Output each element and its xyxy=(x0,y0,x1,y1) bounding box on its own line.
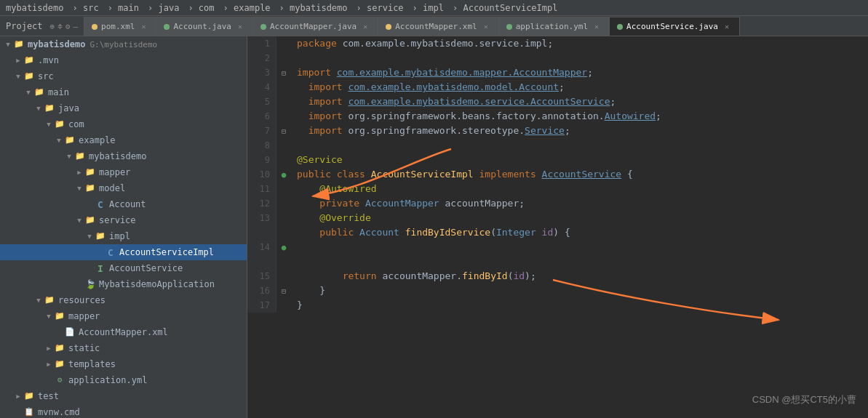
tab-close-icon[interactable]: ✕ xyxy=(360,22,370,32)
code-line-5: 5 import com.example.mybatisdemo.service… xyxy=(247,95,868,109)
tab-close-icon[interactable]: ✕ xyxy=(235,22,245,32)
tab-close-icon[interactable]: ✕ xyxy=(138,22,148,32)
tree-item-mybatisdemoapp[interactable]: ▶ 🍃 MybatisdemoApplication xyxy=(0,276,247,292)
code-line-17: 17 } xyxy=(247,298,868,313)
tree-item-templates[interactable]: ▶ 📁 templates xyxy=(0,356,247,372)
breadcrumb-item[interactable]: src xyxy=(83,3,99,13)
tree-item-account-class[interactable]: ▶ C Account xyxy=(0,196,247,212)
breadcrumb-item[interactable]: main xyxy=(118,3,139,13)
tree-item-static[interactable]: ▶ 📁 static xyxy=(0,340,247,356)
tree-item-mybatisdemo2[interactable]: ▼ 📁 mybatisdemo xyxy=(0,148,247,164)
tree-item-mapper2[interactable]: ▼ 📁 mapper xyxy=(0,308,247,324)
code-line-1: 1 package com.example.mybatisdemo.servic… xyxy=(247,36,868,51)
project-tree: ▼ 📁 mybatisdemo G:\mybatisdemo ▶ 📁 .mvn … xyxy=(0,36,247,418)
tab-applicationyml[interactable]: application.yml ✕ xyxy=(499,17,610,36)
code-line-11: 11 @Autowired xyxy=(247,182,868,196)
code-editor[interactable]: 1 package com.example.mybatisdemo.servic… xyxy=(247,36,868,418)
tree-item-mapper[interactable]: ▶ 📁 mapper xyxy=(0,164,247,180)
code-line-2: 2 xyxy=(247,51,868,65)
tree-item-service[interactable]: ▼ 📁 service xyxy=(0,212,247,228)
watermark: CSDN @想买CT5的小曹 xyxy=(752,393,856,406)
code-line-3: 3 ⊟ import com.example.mybatisdemo.mappe… xyxy=(247,65,868,80)
breadcrumb-item[interactable]: mybatisdemo xyxy=(290,3,347,13)
tab-account[interactable]: Account.java ✕ xyxy=(156,17,252,36)
breadcrumb-item[interactable]: com xyxy=(199,3,215,13)
breadcrumb-item[interactable]: AccountServiceImpl xyxy=(463,3,557,13)
tree-item-accountmapperxml2[interactable]: ▶ 📄 AccountMapper.xml xyxy=(0,324,247,340)
breadcrumb-item[interactable]: impl xyxy=(423,3,444,13)
tree-item-mybatisdemo[interactable]: ▼ 📁 mybatisdemo G:\mybatisdemo xyxy=(0,36,247,52)
code-line-12: 12 private AccountMapper accountMapper; xyxy=(247,196,868,211)
code-line-8: 8 xyxy=(247,138,868,153)
tab-accountservice[interactable]: AccountService.java ✕ xyxy=(610,17,740,36)
breadcrumb-item[interactable]: service xyxy=(367,3,404,13)
tree-item-resources[interactable]: ▼ 📁 resources xyxy=(0,292,247,308)
tree-item-example[interactable]: ▼ 📁 example xyxy=(0,132,247,148)
project-panel-label[interactable]: Project xyxy=(6,21,43,31)
breadcrumb-bar: mybatisdemo › src › main › java › com › … xyxy=(0,0,868,16)
code-line-6: 6 import org.springframework.beans.facto… xyxy=(247,109,868,124)
breadcrumb-item[interactable]: example xyxy=(234,3,271,13)
tree-item-test[interactable]: ▶ 📁 test xyxy=(0,388,247,404)
tree-item-model[interactable]: ▼ 📁 model xyxy=(0,180,247,196)
tree-item-applicationyml2[interactable]: ▶ ⚙ application.yml xyxy=(0,372,247,388)
tree-item-java[interactable]: ▼ 📁 java xyxy=(0,100,247,116)
tab-close-icon[interactable]: ✕ xyxy=(722,22,732,32)
tree-item-main[interactable]: ▼ 📁 main xyxy=(0,84,247,100)
tree-item-com[interactable]: ▼ 📁 com xyxy=(0,116,247,132)
tree-item-mvnwcmd[interactable]: ▶ 📋 mvnw.cmd xyxy=(0,404,247,418)
code-line-15: 15 return accountMapper.findById(id); xyxy=(247,269,868,284)
tree-item-accountserviceimpl[interactable]: ▶ C AccountServiceImpl xyxy=(0,244,247,260)
tab-close-icon[interactable]: ✕ xyxy=(592,22,602,32)
code-content: 1 package com.example.mybatisdemo.servic… xyxy=(247,36,868,327)
tree-item-impl[interactable]: ▼ 📁 impl xyxy=(0,228,247,244)
code-line-14: 14 ● public Account findByIdService(Inte… xyxy=(247,225,868,269)
tree-item-accountservice[interactable]: ▶ I AccountService xyxy=(0,260,247,276)
tab-pom[interactable]: pom.xml ✕ xyxy=(84,17,156,36)
tree-item-src[interactable]: ▼ 📁 src xyxy=(0,68,247,84)
breadcrumb-item[interactable]: mybatisdemo xyxy=(6,3,63,13)
code-line-7: 7 ⊟ import org.springframework.stereotyp… xyxy=(247,124,868,138)
tree-item-mvn[interactable]: ▶ 📁 .mvn xyxy=(0,52,247,68)
code-line-9: 9 @Service xyxy=(247,153,868,167)
code-line-16: 16 ⊟ } xyxy=(247,284,868,298)
code-line-4: 4 import com.example.mybatisdemo.model.A… xyxy=(247,80,868,95)
code-line-13: 13 @Override xyxy=(247,211,868,225)
breadcrumb-item[interactable]: java xyxy=(158,3,179,13)
tab-bar: Project ⊕ ≑ ⚙ — pom.xml ✕ Account.java ✕… xyxy=(0,16,868,36)
tab-accountmapperxml[interactable]: AccountMapper.xml ✕ xyxy=(378,17,499,36)
tab-close-icon[interactable]: ✕ xyxy=(481,22,491,32)
code-line-10: 10 ● public class AccountServiceImpl imp… xyxy=(247,167,868,182)
tab-accountmapper[interactable]: AccountMapper.java ✕ xyxy=(253,17,378,36)
